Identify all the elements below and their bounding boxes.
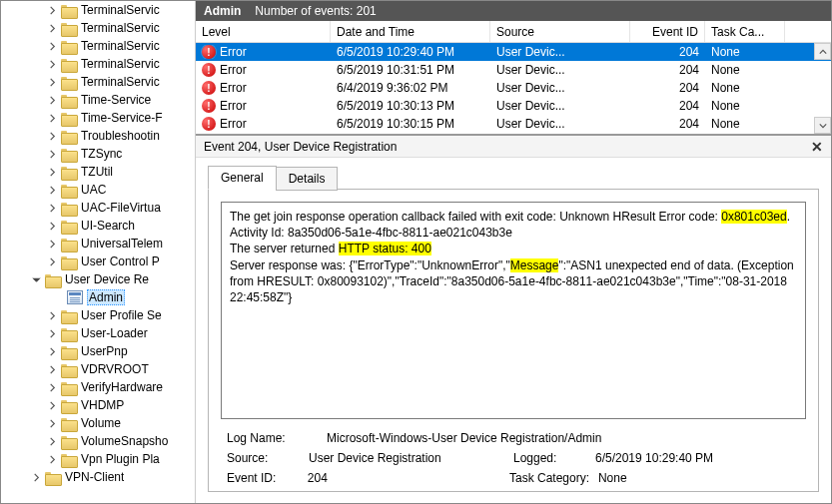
tree-item[interactable]: Troubleshootin xyxy=(1,127,195,145)
folder-icon xyxy=(61,326,77,340)
tree-item[interactable]: TZUtil xyxy=(1,163,195,181)
event-viewer-window: TerminalServicTerminalServicTerminalServ… xyxy=(0,0,832,504)
chevron-right-icon[interactable] xyxy=(45,398,59,412)
tree-item[interactable]: User-Loader xyxy=(1,324,195,342)
folder-icon xyxy=(61,39,77,53)
tree-item[interactable]: UAC-FileVirtua xyxy=(1,199,195,217)
tree-item[interactable]: TerminalServic xyxy=(1,37,195,55)
col-date[interactable]: Date and Time xyxy=(331,21,490,42)
event-row[interactable]: !Error6/5/2019 10:30:13 PMUser Devic...2… xyxy=(196,97,831,115)
tree-item[interactable]: TerminalServic xyxy=(1,55,195,73)
event-row[interactable]: !Error6/5/2019 10:29:40 PMUser Devic...2… xyxy=(196,43,831,61)
event-message[interactable]: The get join response operation callback… xyxy=(221,202,806,419)
navigation-tree[interactable]: TerminalServicTerminalServicTerminalServ… xyxy=(1,1,196,503)
chevron-right-icon[interactable] xyxy=(45,57,59,71)
chevron-right-icon[interactable] xyxy=(45,219,59,233)
tree-item[interactable]: Admin xyxy=(1,288,195,306)
detail-title-bar: Event 204, User Device Registration ✕ xyxy=(196,136,831,158)
chevron-right-icon[interactable] xyxy=(45,93,59,107)
tree-label: Volume xyxy=(81,416,121,430)
col-event-id[interactable]: Event ID xyxy=(630,21,705,42)
tree-item[interactable]: UserPnp xyxy=(1,342,195,360)
folder-icon xyxy=(61,219,77,233)
tree-item[interactable]: TerminalServic xyxy=(1,73,195,91)
tree-item[interactable]: TerminalServic xyxy=(1,19,195,37)
error-icon: ! xyxy=(202,99,216,113)
tree-item[interactable]: User Profile Se xyxy=(1,306,195,324)
event-list[interactable]: Level Date and Time Source Event ID Task… xyxy=(196,21,831,136)
tree-item[interactable]: UI-Search xyxy=(1,217,195,235)
folder-icon xyxy=(61,147,77,161)
tree-label: Time-Service-F xyxy=(81,111,163,125)
tree-item[interactable]: User Control P xyxy=(1,252,195,270)
label-eventid: Event ID: xyxy=(227,471,308,485)
tree-item[interactable]: Vpn Plugin Pla xyxy=(1,450,195,468)
detail-tabs: General Details xyxy=(208,166,831,190)
error-icon: ! xyxy=(202,45,216,59)
tab-general[interactable]: General xyxy=(208,166,277,190)
tree-item[interactable]: User Device Re xyxy=(1,270,195,288)
event-source: User Devic... xyxy=(490,117,630,131)
event-source: User Devic... xyxy=(490,99,630,113)
tab-details[interactable]: Details xyxy=(276,167,339,191)
col-level[interactable]: Level xyxy=(196,21,331,42)
close-icon[interactable]: ✕ xyxy=(811,139,823,155)
chevron-right-icon[interactable] xyxy=(45,254,59,268)
tree-item[interactable]: UniversalTelem xyxy=(1,235,195,252)
chevron-right-icon[interactable] xyxy=(45,75,59,89)
tree-label: UI-Search xyxy=(81,219,135,233)
event-category: None xyxy=(705,63,785,77)
event-source: User Devic... xyxy=(490,81,630,95)
chevron-right-icon[interactable] xyxy=(45,21,59,35)
event-id: 204 xyxy=(630,99,705,113)
chevron-right-icon[interactable] xyxy=(45,111,59,125)
event-row[interactable]: !Error6/5/2019 10:30:15 PMUser Devic...2… xyxy=(196,115,831,133)
tree-item[interactable]: Time-Service-F xyxy=(1,109,195,127)
chevron-right-icon[interactable] xyxy=(45,201,59,215)
event-date: 6/5/2019 10:30:13 PM xyxy=(331,99,490,113)
chevron-down-icon[interactable] xyxy=(29,272,43,286)
chevron-right-icon[interactable] xyxy=(45,147,59,161)
chevron-right-icon[interactable] xyxy=(45,129,59,143)
tree-label: User-Loader xyxy=(81,326,148,340)
tree-label: TZUtil xyxy=(81,165,113,179)
col-source[interactable]: Source xyxy=(490,21,630,42)
folder-icon xyxy=(61,111,77,125)
chevron-right-icon[interactable] xyxy=(45,237,59,251)
tree-item[interactable]: TZSync xyxy=(1,145,195,163)
chevron-right-icon[interactable] xyxy=(45,434,59,448)
tree-item[interactable]: Time-Service xyxy=(1,91,195,109)
scroll-down-button[interactable] xyxy=(814,117,831,134)
tree-item[interactable]: VerifyHardware xyxy=(1,378,195,396)
event-category: None xyxy=(705,81,785,95)
col-task[interactable]: Task Ca... xyxy=(705,21,785,42)
chevron-right-icon[interactable] xyxy=(45,344,59,358)
tree-item[interactable]: VolumeSnapsho xyxy=(1,432,195,450)
tree-item[interactable]: VDRVROOT xyxy=(1,360,195,378)
tree-item[interactable]: VHDMP xyxy=(1,396,195,414)
event-row[interactable]: !Error6/4/2019 9:36:02 PMUser Devic...20… xyxy=(196,79,831,97)
scroll-up-button[interactable] xyxy=(814,43,831,60)
chevron-right-icon[interactable] xyxy=(45,362,59,376)
chevron-right-icon[interactable] xyxy=(45,183,59,197)
tree-item[interactable]: UAC xyxy=(1,181,195,199)
chevron-right-icon[interactable] xyxy=(45,452,59,466)
tree-item[interactable]: TerminalServic xyxy=(1,1,195,19)
chevron-right-icon[interactable] xyxy=(45,326,59,340)
chevron-right-icon[interactable] xyxy=(45,3,59,17)
tree-item[interactable]: VPN-Client xyxy=(1,468,195,486)
folder-icon xyxy=(61,129,77,143)
chevron-right-icon[interactable] xyxy=(45,39,59,53)
tree-item[interactable]: Volume xyxy=(1,414,195,432)
chevron-right-icon[interactable] xyxy=(45,308,59,322)
event-list-header[interactable]: Level Date and Time Source Event ID Task… xyxy=(196,21,831,43)
chevron-right-icon[interactable] xyxy=(29,470,43,484)
event-level: Error xyxy=(220,45,247,59)
label-logged: Logged: xyxy=(513,451,595,465)
chevron-right-icon[interactable] xyxy=(45,165,59,179)
event-row[interactable]: !Error6/5/2019 10:31:51 PMUser Devic...2… xyxy=(196,61,831,79)
chevron-right-icon[interactable] xyxy=(45,416,59,430)
tree-label: Admin xyxy=(87,289,125,305)
tree-label: User Control P xyxy=(81,254,160,268)
chevron-right-icon[interactable] xyxy=(45,380,59,394)
